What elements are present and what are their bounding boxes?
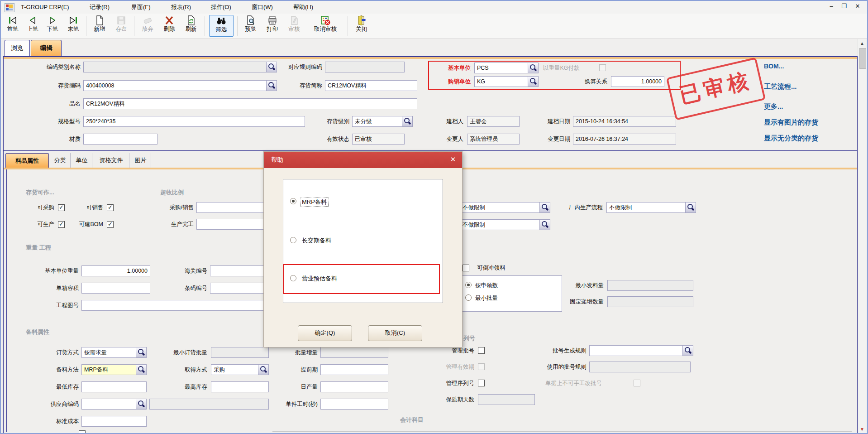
level-field[interactable]: 未分级 (352, 116, 413, 127)
lookup-icon[interactable] (266, 81, 277, 91)
subtab-item-props[interactable]: 料品属性 (5, 153, 49, 168)
bom-link[interactable]: BOM... (764, 63, 784, 70)
close-window-button[interactable]: ✕ (852, 2, 863, 11)
unit-time-field[interactable] (320, 399, 388, 410)
factory-flow-field[interactable]: 不做限制 (606, 202, 696, 213)
vertical-scrollbar[interactable]: ▲ ▼ (858, 39, 866, 434)
supplier-field[interactable] (81, 399, 147, 410)
inv-code-field[interactable]: 400400008 (83, 80, 277, 91)
lead-time-field[interactable] (320, 364, 388, 375)
close-form-button[interactable]: 关闭 (351, 15, 372, 37)
new-button[interactable]: 新增 (90, 15, 110, 37)
purchasable-checkbox[interactable] (58, 204, 65, 211)
min-stock-field[interactable] (81, 381, 147, 392)
scroll-up-icon[interactable]: ▲ (858, 40, 866, 47)
purchase-sale-field[interactable] (196, 202, 269, 213)
long-lead-option-radio[interactable] (290, 237, 296, 243)
minimize-button[interactable]: – (825, 2, 837, 11)
more-link[interactable]: 更多... (764, 102, 783, 111)
refresh-button[interactable]: 刷新 (181, 15, 201, 37)
batch-no-checkbox[interactable] (478, 347, 485, 354)
menu-item-window[interactable]: 窗口(W) (249, 2, 276, 12)
barcode-field[interactable] (210, 283, 269, 294)
max-stock-field[interactable] (211, 381, 269, 392)
menu-item-interface[interactable]: 界面(F) (129, 2, 153, 12)
long-lead-option-label[interactable]: 长交期备料 (302, 236, 331, 245)
process-flow-link[interactable]: 工艺流程... (764, 82, 797, 91)
prev-record-button[interactable]: 上笔 (24, 15, 42, 37)
lookup-icon[interactable] (682, 346, 693, 356)
producible-checkbox[interactable] (58, 221, 65, 228)
subtab-image[interactable]: 图片 (130, 153, 151, 168)
lookup-icon[interactable] (136, 399, 146, 409)
rule-code-field[interactable] (325, 62, 405, 72)
lookup-icon[interactable] (136, 365, 146, 375)
menu-item-record[interactable]: 记录(R) (87, 2, 112, 12)
daily-output-field[interactable] (320, 381, 388, 392)
can-bom-checkbox[interactable] (107, 221, 114, 228)
restriction-field-1[interactable]: 不做限制 (460, 202, 550, 213)
lookup-icon[interactable] (685, 203, 696, 212)
first-record-button[interactable]: 首笔 (4, 15, 22, 37)
tab-edit[interactable]: 编辑 (31, 40, 62, 57)
by-request-radio[interactable] (465, 282, 472, 288)
filter-button[interactable]: 筛选 (209, 15, 234, 37)
lookup-icon[interactable] (539, 203, 550, 212)
subtab-unit[interactable]: 单位 (72, 153, 92, 168)
prep-method-field[interactable]: MRP备料 (81, 364, 147, 375)
lookup-icon[interactable] (528, 63, 538, 73)
dialog-close-icon[interactable]: ✕ (444, 152, 462, 168)
material-field[interactable] (83, 134, 157, 145)
subtab-qualification[interactable]: 资格文件 (93, 153, 129, 168)
lookup-icon[interactable] (266, 62, 277, 72)
menu-item-report[interactable]: 报表(R) (168, 2, 194, 12)
next-record-button[interactable]: 下笔 (43, 15, 62, 37)
serial-no-checkbox[interactable] (478, 380, 485, 386)
lookup-icon[interactable] (528, 77, 538, 87)
backflush-checkbox[interactable] (463, 265, 469, 271)
scrollbar-thumb[interactable] (859, 48, 866, 69)
code-type-field[interactable] (83, 62, 277, 72)
menu-item-operation[interactable]: 操作(O) (208, 2, 234, 12)
acquire-field[interactable]: 采购 (211, 364, 269, 375)
min-batch-radio[interactable] (465, 294, 472, 301)
lookup-icon[interactable] (258, 365, 268, 375)
name-field[interactable]: CR12MOV精料 (83, 98, 417, 109)
dialog-cancel-button[interactable]: 取消(C) (368, 325, 422, 341)
cancel-audit-button[interactable]: 取消审核 (306, 15, 345, 37)
restriction-field-2[interactable]: 不做限制 (460, 219, 550, 230)
sellable-checkbox[interactable] (107, 204, 114, 211)
customs-field[interactable] (210, 265, 269, 276)
lookup-icon[interactable] (136, 347, 146, 357)
prod-complete-field[interactable] (196, 219, 269, 230)
trade-unit-field[interactable]: KG (474, 76, 539, 87)
menu-item-help[interactable]: 帮助(H) (291, 2, 316, 12)
order-mode-field[interactable]: 按需求量 (81, 347, 147, 358)
menu-item-app[interactable]: T-GROUP ERP(E) (18, 2, 72, 12)
show-unclassified-link[interactable]: 显示无分类的存货 (764, 134, 818, 143)
scroll-down-icon[interactable]: ▼ (858, 426, 866, 433)
drawing-field[interactable] (81, 300, 269, 311)
lookup-icon[interactable] (402, 116, 412, 126)
spec-field[interactable]: 250*240*35 (83, 116, 305, 127)
help-dialog-titlebar[interactable]: 帮助 (264, 152, 462, 168)
tab-browse[interactable]: 浏览 (5, 40, 30, 57)
batch-rule-field[interactable] (589, 345, 693, 356)
preview-button[interactable]: 预览 (241, 15, 261, 37)
base-unit-field[interactable]: PCS (474, 63, 539, 73)
mrp-option-radio[interactable] (290, 198, 296, 204)
base-weight-field[interactable]: 1.00000 (81, 265, 150, 276)
mrp-option-label[interactable]: MRP备料 (300, 198, 329, 207)
dialog-ok-button[interactable]: 确定(Q) (298, 325, 352, 341)
delete-button[interactable]: 删除 (159, 15, 179, 37)
lookup-icon[interactable] (539, 220, 550, 230)
last-record-button[interactable]: 末笔 (63, 15, 83, 37)
std-cost-field[interactable] (81, 416, 147, 427)
restore-button[interactable]: ❐ (838, 2, 850, 11)
box-volume-field[interactable] (81, 283, 150, 294)
inv-abbr-field[interactable]: CR12MOV精料 (325, 80, 417, 91)
show-with-images-link[interactable]: 显示有图片的存货 (764, 118, 818, 127)
print-button[interactable]: 打印 (262, 15, 282, 37)
conversion-field[interactable]: 1.00000 (611, 76, 664, 87)
subtab-category[interactable]: 分类 (50, 153, 71, 168)
